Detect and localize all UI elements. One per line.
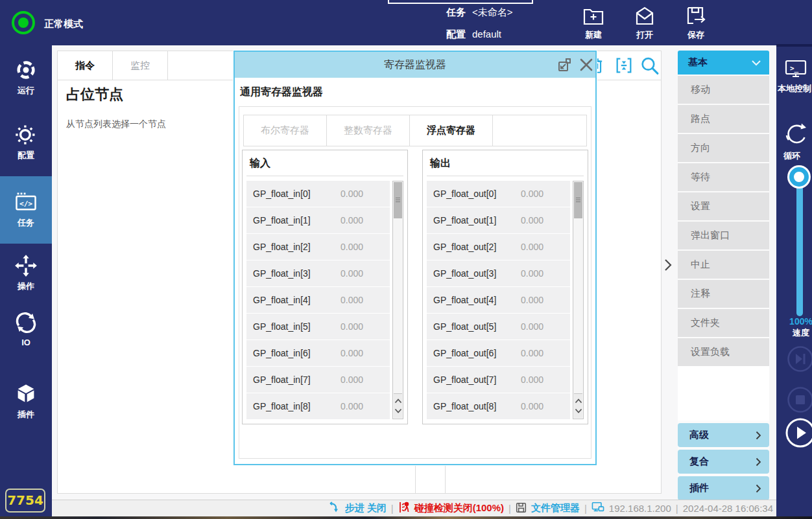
file-manager-link[interactable]: 文件管理器: [531, 502, 580, 514]
command-item[interactable]: 方向: [678, 134, 769, 162]
register-row: GP_float_in[0] 0.000: [246, 181, 390, 207]
register-row: GP_float_out[1] 0.000: [427, 207, 570, 233]
tab-bool-register[interactable]: 布尔寄存器: [244, 115, 327, 146]
step-mode-status[interactable]: 步进 关闭: [345, 502, 387, 514]
register-name: GP_float_out[4]: [427, 295, 496, 305]
register-row: GP_float_in[3] 0.000: [246, 260, 390, 286]
new-file-icon: [573, 5, 614, 27]
status-badge[interactable]: 7754: [5, 489, 45, 513]
mode-indicator-icon: [12, 11, 35, 34]
command-item[interactable]: 设置: [678, 192, 769, 220]
open-task-button[interactable]: 打开: [624, 5, 665, 41]
input-scrollbar[interactable]: [392, 181, 403, 419]
step-forward-button[interactable]: [787, 345, 812, 375]
plugin-cube-icon: [0, 382, 52, 406]
command-group-basic[interactable]: 基本: [678, 51, 769, 75]
sidebar-item-plugin[interactable]: 插件: [0, 382, 52, 421]
desktop-background-strip: [0, 516, 812, 519]
scroll-down-icon[interactable]: [394, 408, 402, 413]
register-name: GP_float_out[6]: [427, 348, 496, 358]
sidebar-item-operate[interactable]: 操作: [0, 254, 52, 292]
register-name: GP_float_in[4]: [246, 295, 311, 305]
register-row: GP_float_out[6] 0.000: [427, 340, 570, 366]
new-task-button[interactable]: 新建: [573, 5, 614, 41]
command-item[interactable]: 文件夹: [678, 309, 769, 337]
output-scrollbar[interactable]: [573, 181, 584, 419]
scroll-down-icon[interactable]: [575, 408, 582, 413]
register-value: 0.000: [340, 375, 363, 385]
step-mode-icon: [329, 502, 340, 515]
command-group-label: 插件: [689, 482, 709, 494]
expand-panel-chevron-icon[interactable]: [663, 258, 673, 275]
register-name: GP_float_out[5]: [427, 321, 496, 332]
register-type-tabs: 布尔寄存器 整数寄存器 浮点寄存器: [243, 115, 587, 146]
open-file-icon: [624, 5, 665, 27]
task-label: 任务: [446, 6, 466, 17]
config-row: 配置default: [446, 29, 501, 41]
speed-slider-track[interactable]: [796, 176, 803, 316]
scrollbar-thumb[interactable]: [394, 182, 402, 218]
command-item[interactable]: 设置负载: [678, 338, 769, 366]
sidebar-item-run[interactable]: 运行: [0, 58, 52, 97]
register-value: 0.000: [340, 242, 363, 252]
scroll-up-icon[interactable]: [394, 398, 402, 404]
chevron-down-icon: [751, 60, 761, 66]
restore-window-icon[interactable]: [556, 57, 572, 75]
speed-slider-handle[interactable]: [789, 167, 809, 187]
register-value: 0.000: [340, 189, 363, 199]
tab-float-register[interactable]: 浮点寄存器: [410, 115, 493, 146]
register-name: GP_float_in[1]: [246, 215, 311, 225]
save-task-button[interactable]: 保存: [675, 5, 717, 41]
open-task-label: 打开: [624, 29, 665, 41]
command-group-button[interactable]: 插件: [678, 476, 769, 500]
network-monitor-icon: [591, 502, 604, 515]
register-name: GP_float_in[0]: [246, 189, 311, 199]
tab-monitor[interactable]: 监控: [113, 51, 168, 80]
dialog-title: 寄存器监视器: [235, 52, 595, 78]
play-button[interactable]: [785, 417, 812, 451]
datetime: 2024-04-28 16:06:34: [683, 503, 773, 514]
scroll-buttons: [394, 393, 402, 418]
command-item[interactable]: 注释: [678, 280, 769, 308]
tab-instruction[interactable]: 指令: [58, 51, 113, 80]
sidebar-item-config[interactable]: 配置: [0, 123, 52, 161]
register-row: GP_float_in[2] 0.000: [246, 234, 390, 260]
tab-int-register[interactable]: 整数寄存器: [327, 115, 410, 146]
sidebar-item-io[interactable]: IO: [0, 311, 52, 347]
run-icon: [0, 58, 52, 82]
collision-detect-status[interactable]: 碰撞检测关闭(100%): [414, 502, 504, 514]
rail-divider: [776, 44, 812, 47]
search-icon[interactable]: [639, 56, 660, 78]
local-control-icon[interactable]: >_: [785, 58, 807, 83]
register-name: GP_float_in[5]: [246, 321, 311, 332]
scrollbar-thumb[interactable]: [574, 182, 582, 218]
input-register-list: GP_float_in[0] 0.000 GP_float_in[1] 0.00…: [246, 181, 390, 419]
loop-icon[interactable]: [784, 122, 809, 150]
mode-label: 正常模式: [44, 18, 83, 30]
command-group-button[interactable]: 复合: [678, 450, 769, 474]
register-monitor-dialog: 寄存器监视器 通用寄存器监视器 布尔寄存器 整数寄存器 浮点寄存器 输入: [233, 51, 597, 465]
speed-label: 速度: [788, 327, 812, 339]
scroll-up-icon[interactable]: [575, 398, 582, 404]
command-item[interactable]: 移动: [678, 76, 769, 104]
register-value: 0.000: [340, 348, 363, 358]
task-value: <未命名>: [472, 6, 513, 17]
output-register-list: GP_float_out[0] 0.000 GP_float_out[1] 0.…: [427, 181, 570, 419]
dialog-content-box: 布尔寄存器 整数寄存器 浮点寄存器 输入 GP_float_in[0] 0.00…: [239, 106, 591, 459]
stop-button[interactable]: [787, 386, 812, 416]
collapse-icon[interactable]: [614, 56, 634, 78]
input-panel-title: 输入: [246, 150, 403, 176]
close-icon[interactable]: [579, 57, 594, 75]
command-item[interactable]: 路点: [678, 105, 769, 133]
register-name: GP_float_out[1]: [427, 215, 496, 225]
register-value: 0.000: [521, 215, 543, 225]
command-item[interactable]: 弹出窗口: [678, 222, 769, 249]
sidebar-item-task[interactable]: </> 任务: [0, 190, 52, 229]
command-item[interactable]: 等待: [678, 163, 769, 191]
command-group-button[interactable]: 高级: [678, 423, 769, 447]
collision-detect-icon: [398, 501, 410, 516]
scroll-buttons: [574, 393, 582, 418]
command-item[interactable]: 中止: [678, 251, 769, 279]
io-cycle-icon: [0, 311, 52, 334]
register-row: GP_float_in[6] 0.000: [246, 340, 390, 366]
